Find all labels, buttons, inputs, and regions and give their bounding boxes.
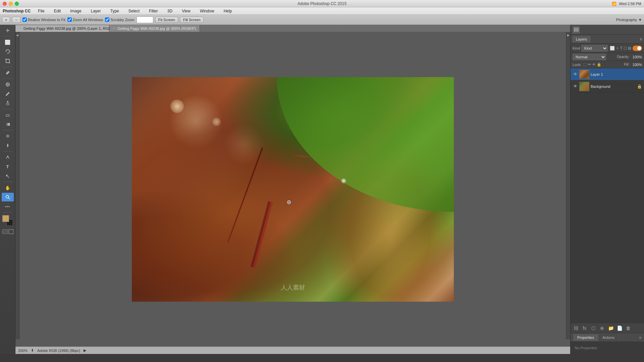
zoom-all-windows-checkbox[interactable]: Zoom All Windows [67, 17, 103, 22]
gradient-tool[interactable] [2, 120, 14, 129]
path-selection-tool[interactable]: ↖ [2, 172, 14, 180]
clone-stamp-tool[interactable] [2, 99, 14, 108]
zoom-cursor[interactable]: ⊕ [286, 198, 291, 206]
foreground-color[interactable] [2, 215, 9, 222]
workspace-selector[interactable]: Photography ▼ [616, 18, 642, 22]
menu-window[interactable]: Window [198, 8, 216, 14]
delete-layer-icon[interactable]: 🗑 [624, 324, 632, 332]
menu-type[interactable]: Type [108, 8, 121, 14]
traffic-lights[interactable] [3, 2, 19, 6]
quick-mask-btn[interactable] [2, 229, 8, 234]
svg-rect-3 [6, 123, 10, 126]
menu-help[interactable]: Help [222, 8, 234, 14]
realize-windows-checkbox[interactable]: Realize Windows to Fit [22, 17, 65, 22]
eyedropper-tool[interactable] [2, 68, 14, 77]
lasso-tool[interactable] [2, 47, 14, 56]
layers-panel: Layers ≡ Kind Kind ⬜ ✧ T ⬡ ⊞ [571, 35, 644, 333]
lock-transparent-icon[interactable]: ⬚ [583, 62, 587, 67]
menu-filter[interactable]: Filter [147, 8, 160, 14]
scrubby-zoom-checkbox[interactable]: Scrubby Zoom [105, 17, 135, 22]
color-profile: Adobe RGB (1998) (8bpc) [37, 349, 80, 353]
filter-pixel-icon[interactable]: ⬜ [610, 46, 615, 51]
menu-3d[interactable]: 3D [165, 8, 174, 14]
rectangular-marquee-tool[interactable]: ⬜ [2, 38, 14, 47]
brush-tool[interactable] [2, 89, 14, 98]
add-style-icon[interactable]: fx [581, 324, 589, 332]
close-button[interactable] [3, 2, 7, 6]
healing-brush-tool[interactable] [2, 80, 14, 89]
zoom-out-button[interactable]: − [12, 17, 20, 23]
extra-tool[interactable]: ••• [2, 202, 14, 211]
layers-icon-btn[interactable] [573, 26, 580, 34]
fill-screen-button[interactable]: Fill Screen [180, 17, 204, 23]
filter-shape-icon[interactable]: ⬡ [624, 46, 627, 51]
layers-panel-menu-icon[interactable]: ≡ [640, 37, 642, 42]
filter-adjustment-icon[interactable]: ✧ [616, 46, 619, 51]
right-panel-collapse[interactable]: ▶ [566, 32, 570, 339]
menu-file[interactable]: File [36, 8, 46, 14]
tab-actions[interactable]: Actions [598, 334, 619, 341]
eraser-tool[interactable] [2, 111, 14, 119]
collapse-left-icon: ◀ [16, 34, 18, 37]
export-icon: ⬆ [31, 348, 34, 353]
link-layers-icon[interactable]: ⛓ [572, 324, 580, 332]
new-layer-icon[interactable]: 📄 [615, 324, 624, 332]
close-tab-1-icon[interactable]: ✕ [19, 27, 21, 30]
background-name: Background [591, 84, 636, 88]
menu-select[interactable]: Select [126, 8, 142, 14]
layer-1-thumbnail [579, 70, 589, 79]
close-tab-2-icon[interactable]: ✕ [113, 27, 115, 30]
menu-layer[interactable]: Layer [89, 8, 103, 14]
add-mask-icon[interactable]: ⬡ [589, 324, 597, 332]
menu-edit[interactable]: Edit [52, 8, 63, 14]
blur-tool[interactable] [2, 132, 14, 140]
pen-tool[interactable] [2, 153, 14, 162]
blend-mode-select[interactable]: Normal [573, 54, 606, 60]
maximize-button[interactable] [15, 2, 19, 6]
collapse-right-icon: ▶ [567, 34, 570, 37]
doc-tab-2-label: Getting Figgy With It0238.jpg @ 300% (RG… [117, 26, 196, 31]
lock-pixels-icon[interactable]: ✏ [588, 62, 591, 67]
left-panel-collapse[interactable]: ◀ [15, 32, 19, 339]
layer-item-layer1[interactable]: 👁 Layer 1 [571, 68, 644, 80]
dodge-tool[interactable] [2, 141, 14, 150]
zoom-in-button[interactable]: + [2, 17, 10, 23]
layer-1-name: Layer 1 [591, 72, 642, 76]
filter-smart-icon[interactable]: ⊞ [628, 46, 631, 51]
color-swatches[interactable] [2, 215, 13, 226]
layer-1-visibility-icon[interactable]: 👁 [573, 72, 578, 77]
hand-tool[interactable]: ✋ [2, 183, 14, 192]
background-lock-icon: 🔒 [637, 84, 642, 89]
status-bar: 200% ⬆ Adobe RGB (1998) (8bpc) ▶ [15, 347, 570, 354]
fit-screen-button[interactable]: Fit Screen [155, 17, 178, 23]
status-arrow-icon[interactable]: ▶ [84, 348, 86, 353]
lock-position-icon[interactable]: ✛ [592, 62, 595, 67]
type-tool[interactable]: T [2, 162, 14, 171]
tab-properties[interactable]: Properties [573, 334, 598, 341]
zoom-input[interactable]: 100% [137, 16, 153, 23]
crop-tool[interactable] [2, 57, 14, 65]
filter-text-icon[interactable]: T [620, 46, 623, 51]
new-group-icon[interactable]: 📁 [607, 324, 615, 332]
menu-view[interactable]: View [180, 8, 193, 14]
screen-mode-btn[interactable] [9, 229, 13, 234]
filter-toggle[interactable] [633, 46, 642, 51]
layer-item-background[interactable]: 👁 Background 🔒 [571, 80, 644, 93]
doc-tab-1[interactable]: ✕ Getting Figgy With It0238.jpg @ 200% (… [15, 25, 109, 32]
svg-point-4 [6, 135, 9, 137]
new-adjustment-layer-icon[interactable]: ⊕ [598, 324, 606, 332]
tool-separator [3, 36, 13, 37]
tab-layers[interactable]: Layers [573, 36, 591, 43]
background-visibility-icon[interactable]: 👁 [573, 84, 578, 89]
menu-image[interactable]: Image [68, 8, 83, 14]
move-tool[interactable]: ✛ [2, 26, 14, 35]
watermark: 人人素材 [281, 284, 305, 292]
lock-all-icon[interactable]: 🔒 [597, 62, 601, 67]
doc-tab-2[interactable]: ✕ Getting Figgy With It0238.jpg @ 300% (… [109, 25, 200, 32]
filter-select[interactable]: Kind [581, 45, 608, 52]
tool-separator-3 [3, 78, 13, 79]
canvas-area: ✕ Getting Figgy With It0238.jpg @ 200% (… [15, 25, 570, 354]
zoom-tool[interactable] [2, 193, 14, 201]
minimize-button[interactable] [9, 2, 13, 6]
properties-panel-menu-icon[interactable]: ≡ [639, 336, 641, 340]
